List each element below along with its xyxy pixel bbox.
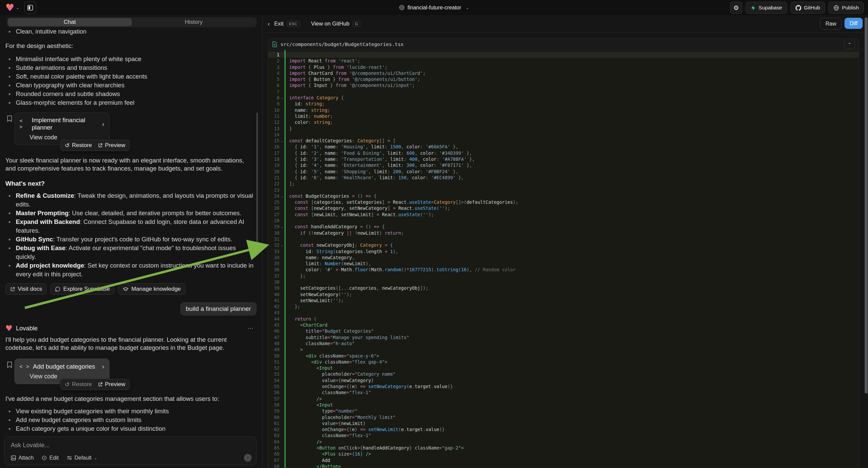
code-line: 62 onChange={(e) => setNewLimit(e.target…	[268, 427, 859, 432]
publish-globe-icon	[833, 5, 839, 11]
preview-button[interactable]: Preview	[98, 381, 125, 388]
code-line: 15⌄const defaultCategories: Category[] =…	[268, 138, 859, 144]
gear-icon: ⚙	[734, 4, 739, 11]
send-button[interactable]: ↑	[244, 454, 252, 462]
code-line: 51 <div className="flex gap-4">	[268, 359, 859, 365]
composer-placeholder[interactable]: Ask Lovable...	[11, 441, 251, 449]
list-item: Add project knowledge: Set key context o…	[5, 261, 257, 279]
code-block[interactable]: 1 2import React from 'react';3import { P…	[268, 50, 859, 468]
github-button[interactable]: GitHub	[790, 2, 825, 14]
file-diff-card: src/components/budget/BudgetCategories.t…	[268, 38, 859, 468]
bookmark-icon[interactable]	[7, 361, 12, 368]
view-on-github-button[interactable]: View on GitHub	[311, 21, 349, 27]
restore-button[interactable]: ↺ Restore	[65, 142, 92, 149]
file-path: src/components/budget/BudgetCategories.t…	[280, 41, 404, 47]
code-line: 11 limit: number;	[268, 113, 859, 119]
supabase-button[interactable]: Supabase	[746, 2, 787, 14]
chat-history-tabs: Chat History	[7, 17, 257, 27]
tab-history[interactable]: History	[132, 18, 256, 26]
diff-toggle-button[interactable]: Diff	[844, 18, 863, 29]
code-icon: < >	[20, 118, 29, 130]
list-item: Clean, intuitive navigation	[5, 27, 257, 36]
added-bullet-list: View existing budget categories with the…	[5, 407, 257, 433]
edit-button[interactable]: Edit	[41, 455, 59, 461]
logo-chevron-down-icon[interactable]: ⌄	[16, 5, 20, 10]
code-line: 14	[268, 131, 859, 138]
code-line: 55 onChange={(e) => setNewCategory(e.tar…	[268, 383, 859, 389]
code-line: 28	[268, 217, 859, 224]
version-card-implement-financial-planner[interactable]: < > Implement financial planner › View c…	[14, 113, 110, 145]
code-line: 20 { id: '5', name: 'Shopping', limit: 2…	[268, 169, 859, 175]
list-item: Soft, neutral color palette with light b…	[5, 72, 257, 81]
image-icon	[11, 455, 16, 461]
lovable-avatar-icon: ♥	[5, 324, 13, 332]
manage-knowledge-button[interactable]: Manage knowledge	[118, 283, 185, 295]
preview-button[interactable]: Preview	[98, 142, 125, 149]
code-line: 65 <Button onClick={handleAddCategory} c…	[268, 445, 859, 451]
list-item: Master Prompting: Use clear, detailed, a…	[5, 209, 257, 217]
code-line: 18 { id: '3', name: 'Transportation', li…	[268, 156, 859, 162]
attach-button[interactable]: Attach	[11, 455, 34, 461]
version-card-title: Implement financial planner	[32, 117, 99, 131]
github-label: GitHub	[804, 5, 820, 11]
back-chevron-icon[interactable]: ‹	[268, 20, 270, 28]
collapse-file-button[interactable]: ⌃	[844, 39, 855, 49]
list-item: Each category gets a unique color for vi…	[5, 425, 257, 433]
chevron-down-icon: ⌄	[94, 456, 97, 460]
design-intro-text: For the design aesthetic:	[5, 42, 254, 50]
sliders-icon	[67, 456, 72, 460]
target-icon	[41, 455, 47, 461]
sidebar-panel-icon	[27, 5, 33, 11]
added-paragraph: I've added a new budget categories manag…	[5, 395, 254, 403]
explore-supabase-button[interactable]: Explore Supabase	[50, 283, 115, 295]
chat-panel: Chat History Clean, intuitive navigation…	[0, 15, 262, 468]
version-card-add-budget-categories[interactable]: < > Add budget categories › View code ↺ …	[14, 358, 110, 384]
code-line: 24⌄const BudgetCategories = () => {	[268, 193, 859, 199]
tab-chat[interactable]: Chat	[8, 18, 132, 26]
exit-button[interactable]: Exit	[274, 21, 283, 27]
file-header[interactable]: src/components/budget/BudgetCategories.t…	[268, 38, 859, 50]
code-line: 17 { id: '2', name: 'Food & Dining', lim…	[268, 150, 859, 156]
message-menu-button[interactable]: ⋯	[247, 325, 254, 332]
version-card-2-row: < > Add budget categories › View code ↺ …	[5, 358, 257, 384]
list-item: Glass-morphic elements for a premium fee…	[5, 98, 257, 107]
list-item: Debug with Ease: Activate our experiment…	[5, 244, 257, 261]
code-line: 6import { Input } from '@/components/ui/…	[268, 82, 859, 88]
github-icon	[796, 5, 801, 11]
bookmark-icon[interactable]	[7, 115, 12, 122]
supabase-label: Supabase	[758, 5, 782, 11]
card-hover-toolbar: ↺ Restore Preview	[60, 140, 130, 151]
visit-docs-button[interactable]: Visit docs	[5, 283, 46, 295]
code-line: 7	[268, 89, 859, 95]
code-line: 33 id: String(categories.length + 1),	[268, 248, 859, 255]
code-line: 25 const [categories, setCategories] = R…	[268, 199, 859, 205]
code-line: 68 </Button>	[268, 463, 859, 468]
code-line: 30 if (!newCategory || !newLimit) return…	[268, 230, 859, 236]
code-line: 52 <Input	[268, 365, 859, 371]
restore-button[interactable]: ↺ Restore	[65, 381, 92, 388]
code-line: 59 type="number"	[268, 408, 859, 414]
publish-button[interactable]: Publish	[829, 2, 864, 14]
code-line: 67 Add	[268, 457, 859, 463]
user-message-1: build a financial planner	[180, 302, 257, 316]
mode-selector[interactable]: Default ⌄	[67, 455, 97, 461]
restore-icon: ↺	[65, 381, 69, 388]
project-globe-icon	[399, 5, 405, 10]
chat-scrollbar[interactable]	[256, 113, 258, 255]
code-line: 46 title="Budget Categories"	[268, 328, 859, 334]
chat-composer[interactable]: Ask Lovable... Attach Edit	[4, 436, 257, 465]
lovable-logo-icon[interactable]: ♥	[5, 3, 14, 13]
window-scrollbar[interactable]	[865, 18, 868, 393]
card-hover-toolbar: ↺ Restore Preview	[60, 379, 130, 390]
list-item: Add new budget categories with custom li…	[5, 416, 257, 425]
settings-button[interactable]: ⚙	[730, 2, 742, 14]
top-bar: ♥ ⌄ financial-future-creator ⌄ ⚙ Supabas…	[0, 0, 868, 15]
project-switcher[interactable]: financial-future-creator ⌄	[399, 5, 469, 11]
raw-toggle-button[interactable]: Raw	[820, 18, 841, 30]
code-line: 58 <Input	[268, 402, 859, 408]
code-line: 13}	[268, 125, 859, 131]
list-item: Rounded corners and subtle shadows	[5, 90, 257, 98]
version-card-1-row: < > Implement financial planner › View c…	[5, 113, 257, 145]
project-chevron-down-icon: ⌄	[466, 5, 469, 10]
toggle-sidebar-button[interactable]	[24, 2, 36, 14]
